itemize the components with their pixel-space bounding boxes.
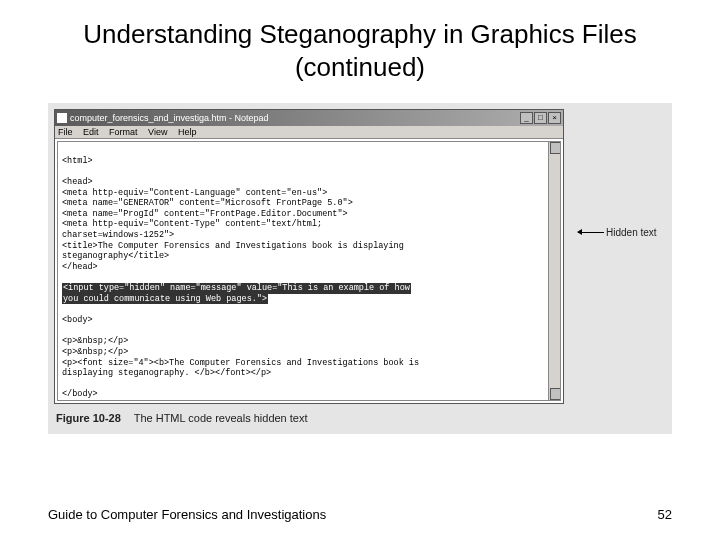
- code-line: <meta http-equiv="Content-Language" cont…: [62, 188, 327, 198]
- code-line: </body>: [62, 389, 98, 399]
- code-line: <meta name="ProgId" content="FrontPage.E…: [62, 209, 348, 219]
- window-title: computer_forensics_and_investiga.htm - N…: [70, 113, 269, 123]
- code-line: <html>: [62, 156, 93, 166]
- figure-area: computer_forensics_and_investiga.htm - N…: [48, 103, 672, 434]
- code-line: <p>&nbsp;</p>: [62, 336, 128, 346]
- window-buttons: _ □ ×: [520, 112, 561, 124]
- close-button[interactable]: ×: [548, 112, 561, 124]
- arrow-icon: [578, 232, 604, 233]
- vertical-scrollbar[interactable]: [548, 142, 560, 400]
- code-line: <head>: [62, 177, 93, 187]
- page-number: 52: [658, 507, 672, 522]
- annotation-label: Hidden text: [606, 227, 657, 238]
- figure-number: Figure 10-28: [56, 412, 121, 424]
- hidden-text-line: you could communicate using Web pages.">: [62, 294, 268, 305]
- menu-edit[interactable]: Edit: [83, 127, 99, 137]
- menu-view[interactable]: View: [148, 127, 167, 137]
- figure-caption: Figure 10-28 The HTML code reveals hidde…: [54, 404, 666, 426]
- code-line: <meta name="GENERATOR" content="Microsof…: [62, 198, 353, 208]
- code-line: <meta http-equiv="Content-Type" content=…: [62, 219, 322, 229]
- notepad-icon: [57, 113, 67, 123]
- notepad-window: computer_forensics_and_investiga.htm - N…: [54, 109, 564, 404]
- maximize-button[interactable]: □: [534, 112, 547, 124]
- figure-caption-text: The HTML code reveals hidden text: [134, 412, 308, 424]
- code-line: steganography</title>: [62, 251, 169, 261]
- slide-title: Understanding Steganography in Graphics …: [0, 0, 720, 93]
- minimize-button[interactable]: _: [520, 112, 533, 124]
- editor-area[interactable]: <html> <head> <meta http-equiv="Content-…: [57, 141, 561, 401]
- code-line: charset=windows-1252">: [62, 230, 174, 240]
- menu-file[interactable]: File: [58, 127, 73, 137]
- annotation-hidden-text: Hidden text: [578, 227, 657, 238]
- hidden-text-line: <input type="hidden" name="message" valu…: [62, 283, 411, 294]
- footer-text: Guide to Computer Forensics and Investig…: [48, 507, 326, 522]
- code-line: </head>: [62, 262, 98, 272]
- slide-footer: Guide to Computer Forensics and Investig…: [48, 507, 672, 522]
- menu-format[interactable]: Format: [109, 127, 138, 137]
- code-line: <p><font size="4"><b>The Computer Forens…: [62, 358, 419, 368]
- code-line: <p>&nbsp;</p>: [62, 347, 128, 357]
- titlebar: computer_forensics_and_investiga.htm - N…: [55, 110, 563, 126]
- code-line: <title>The Computer Forensics and Invest…: [62, 241, 404, 251]
- menu-help[interactable]: Help: [178, 127, 197, 137]
- menubar: File Edit Format View Help: [55, 126, 563, 139]
- code-line: displaying steganography. </b></font></p…: [62, 368, 271, 378]
- code-line: <body>: [62, 315, 93, 325]
